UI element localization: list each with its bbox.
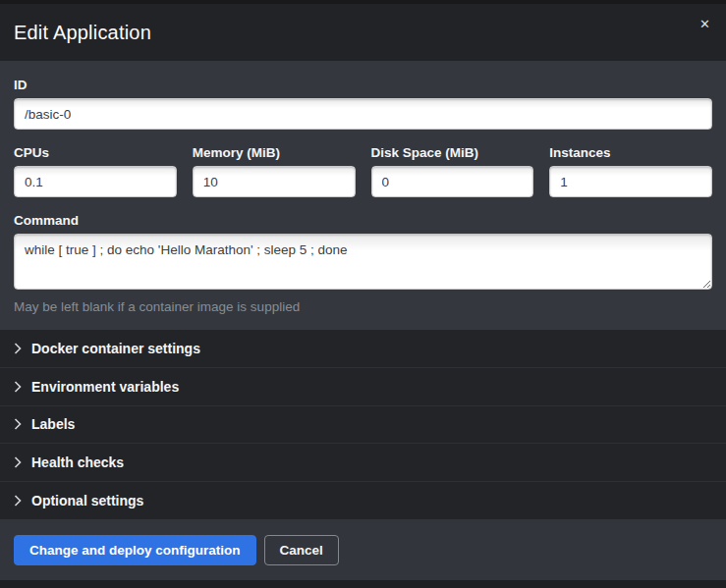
command-textarea[interactable]: while [ true ] ; do echo 'Hello Marathon…	[14, 234, 712, 290]
edit-application-modal: Edit Application ✕ ID CPUs Memory (MiB) …	[0, 0, 726, 588]
modal-title: Edit Application	[14, 22, 151, 44]
section-optional-settings[interactable]: Optional settings	[0, 481, 726, 519]
chevron-right-icon	[14, 495, 22, 507]
cpus-field-group: CPUs	[14, 145, 177, 197]
section-label: Environment variables	[31, 379, 179, 395]
resources-row: CPUs Memory (MiB) Disk Space (MiB) Insta…	[14, 145, 712, 197]
section-labels[interactable]: Labels	[0, 405, 726, 444]
change-and-deploy-button[interactable]: Change and deploy configuration	[14, 535, 256, 565]
close-icon[interactable]: ✕	[699, 18, 710, 30]
instances-field-group: Instances	[549, 145, 712, 197]
id-input[interactable]	[14, 98, 712, 130]
id-field-group: ID	[14, 78, 712, 130]
collapsible-sections: Docker container settings Environment va…	[0, 330, 726, 519]
chevron-right-icon	[14, 418, 22, 430]
modal-header: Edit Application ✕	[0, 4, 726, 61]
chevron-right-icon	[14, 456, 22, 468]
section-label: Health checks	[31, 454, 124, 470]
disk-label: Disk Space (MiB)	[371, 145, 534, 160]
section-label: Optional settings	[31, 493, 143, 508]
disk-field-group: Disk Space (MiB)	[371, 145, 534, 197]
memory-input[interactable]	[193, 166, 356, 197]
page-background-bottom	[0, 580, 726, 588]
command-help-text: May be left blank if a container image i…	[14, 299, 712, 314]
chevron-right-icon	[14, 343, 22, 354]
modal-footer: Change and deploy configuration Cancel	[0, 519, 726, 580]
disk-input[interactable]	[371, 166, 534, 197]
section-environment-variables[interactable]: Environment variables	[0, 367, 726, 405]
command-field-group: Command while [ true ] ; do echo 'Hello …	[14, 213, 712, 314]
cpus-input[interactable]	[14, 166, 177, 197]
memory-label: Memory (MiB)	[193, 145, 356, 160]
cancel-button[interactable]: Cancel	[264, 535, 339, 565]
instances-label: Instances	[549, 145, 712, 160]
application-form: ID CPUs Memory (MiB) Disk Space (MiB) In…	[0, 61, 726, 330]
memory-field-group: Memory (MiB)	[193, 145, 356, 197]
command-label: Command	[14, 213, 712, 228]
section-label: Docker container settings	[31, 341, 200, 356]
section-health-checks[interactable]: Health checks	[0, 443, 726, 481]
section-label: Labels	[31, 416, 75, 432]
id-label: ID	[14, 78, 712, 92]
instances-input[interactable]	[549, 166, 712, 197]
cpus-label: CPUs	[14, 145, 177, 160]
section-docker-container-settings[interactable]: Docker container settings	[0, 330, 726, 367]
chevron-right-icon	[14, 381, 22, 393]
